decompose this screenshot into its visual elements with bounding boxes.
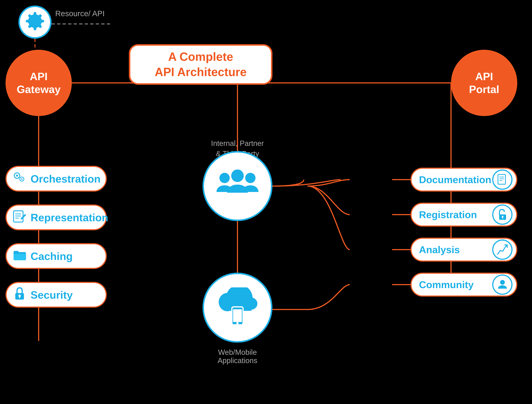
svg-point-22: [236, 322, 239, 324]
person-icon: [496, 279, 508, 291]
orchestration-pill: Orchestration: [6, 166, 107, 192]
security-pill: Security: [6, 282, 107, 308]
api-portal-label: APIPortal: [469, 70, 499, 96]
api-architecture-box: A CompleteAPI Architecture: [129, 44, 272, 85]
svg-point-17: [219, 173, 230, 183]
representation-icon: [12, 209, 27, 226]
chart-icon: [496, 244, 508, 256]
analysis-icon-circle: [492, 239, 513, 260]
caching-icon: [12, 248, 27, 264]
webmobile-circle: [203, 273, 272, 343]
svg-rect-34: [498, 174, 506, 184]
registration-label: Registration: [419, 209, 477, 220]
documentation-pill: Documentation: [411, 168, 517, 192]
svg-point-19: [231, 169, 244, 182]
doc-icon: [496, 174, 508, 186]
svg-rect-40: [502, 217, 503, 218]
caching-label: Caching: [31, 250, 73, 262]
community-circle: [203, 151, 272, 221]
community-pill: Community: [411, 273, 517, 297]
documentation-label: Documentation: [419, 174, 491, 185]
orchestration-label: Orchestration: [31, 173, 101, 185]
registration-pill: Registration: [411, 203, 517, 227]
api-gateway-label: APIGateway: [17, 70, 61, 96]
community-icon-circle: [492, 275, 513, 295]
svg-rect-27: [13, 211, 23, 222]
analysis-pill: Analysis: [411, 238, 517, 262]
webmobile-circle-label: Web/MobileApplications: [199, 348, 276, 365]
people-icon: [215, 168, 260, 205]
cloud-mobile-icon: [214, 287, 261, 328]
gear-icon: [23, 10, 47, 34]
svg-point-18: [245, 173, 255, 183]
svg-point-26: [21, 178, 22, 180]
caching-pill: Caching: [6, 243, 107, 269]
representation-pill: Representation: [6, 205, 107, 230]
svg-rect-21: [233, 309, 242, 322]
representation-label: Representation: [31, 211, 108, 224]
svg-point-24: [16, 174, 18, 176]
community-label: Community: [419, 279, 474, 290]
security-icon: [12, 287, 27, 303]
lock-open-icon: [496, 209, 508, 221]
svg-point-42: [500, 280, 505, 285]
orchestration-icon: [12, 170, 27, 187]
analysis-label: Analysis: [419, 244, 460, 255]
security-label: Security: [31, 289, 73, 301]
api-portal-circle: APIPortal: [451, 50, 517, 116]
api-gateway-circle: APIGateway: [6, 50, 72, 116]
documentation-icon-circle: [492, 169, 513, 190]
api-architecture-text: A CompleteAPI Architecture: [155, 49, 247, 80]
registration-icon-circle: [492, 205, 513, 225]
resource-api-label: Resource/ API: [55, 9, 105, 18]
resource-api-circle: [19, 6, 51, 39]
svg-rect-33: [19, 296, 20, 298]
